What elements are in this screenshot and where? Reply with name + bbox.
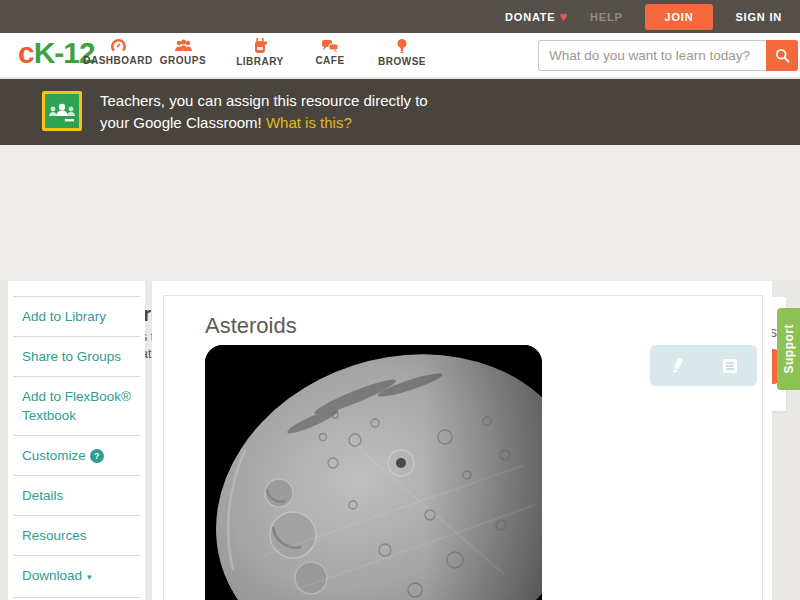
lesson-card: Asteroids	[163, 295, 763, 600]
annotation-toolbar	[650, 345, 757, 386]
pencil-icon	[668, 357, 686, 375]
google-classroom-banner: Teachers, you can assign this resource d…	[0, 79, 800, 145]
sidebar-item-share-to-groups[interactable]: Share to Groups	[13, 336, 140, 376]
action-sidebar: Add to Library Share to Groups Add to Fl…	[8, 281, 145, 600]
top-utility-bar: DONATE♥ HELP JOIN SIGN IN	[0, 0, 800, 33]
nav-label: LIBRARY	[222, 56, 298, 67]
search-button[interactable]	[766, 40, 798, 71]
banner-line1: Teachers, you can assign this resource d…	[100, 92, 428, 109]
search-input[interactable]	[538, 40, 766, 71]
banner-message: Teachers, you can assign this resource d…	[100, 90, 428, 134]
google-classroom-icon	[42, 91, 82, 131]
nav-item-browse[interactable]: BROWSE	[364, 38, 440, 67]
nav-label: CAFE	[292, 55, 368, 66]
signin-link[interactable]: SIGN IN	[735, 11, 782, 23]
library-icon	[252, 38, 268, 54]
resource-header: Asteroids Explains the locations and cha…	[0, 145, 800, 280]
cafe-icon	[321, 38, 339, 53]
logo-k: K	[34, 36, 55, 69]
what-is-this-link[interactable]: What is this?	[266, 114, 352, 131]
highlighter-button[interactable]	[660, 350, 694, 381]
join-button[interactable]: JOIN	[645, 4, 714, 30]
sidebar-item-resources[interactable]: Resources	[13, 515, 140, 555]
nav-item-cafe[interactable]: CAFE	[292, 38, 368, 66]
customize-help-icon[interactable]: ?	[90, 449, 104, 463]
download-caret-icon: ▾	[87, 572, 92, 582]
search-bar	[538, 40, 798, 71]
asteroid-image	[205, 345, 542, 600]
lesson-title: Asteroids	[205, 313, 297, 339]
groups-icon	[174, 38, 193, 53]
donate-link[interactable]: DONATE♥	[505, 9, 568, 24]
help-link[interactable]: HELP	[590, 11, 623, 23]
nav-item-library[interactable]: LIBRARY	[222, 38, 298, 67]
support-tab[interactable]: Support	[777, 308, 800, 390]
notes-icon	[721, 357, 739, 375]
nav-label: BROWSE	[364, 56, 440, 67]
banner-line2: your Google Classroom!	[100, 114, 266, 131]
browse-icon	[396, 38, 408, 54]
sidebar-item-details[interactable]: Details	[13, 475, 140, 515]
support-tab-label: Support	[782, 324, 796, 374]
main-navbar: cK-12 DASHBOARD GROUPS LIBRARY	[0, 33, 800, 78]
sidebar-item-add-to-flexbook[interactable]: Add to FlexBook® Textbook	[13, 376, 140, 435]
search-icon	[775, 48, 790, 63]
dashboard-icon	[110, 38, 127, 53]
sidebar-item-add-to-library[interactable]: Add to Library	[13, 296, 140, 336]
logo-c: c	[18, 36, 34, 69]
sidebar-item-download[interactable]: Download▾	[13, 555, 140, 597]
main-content-panel: Asteroids	[152, 281, 772, 600]
nav-item-groups[interactable]: GROUPS	[145, 38, 221, 66]
notes-button[interactable]	[713, 350, 747, 381]
heart-icon: ♥	[559, 9, 568, 24]
sidebar-item-customize[interactable]: Customize?	[13, 435, 140, 475]
nav-label: GROUPS	[145, 55, 221, 66]
